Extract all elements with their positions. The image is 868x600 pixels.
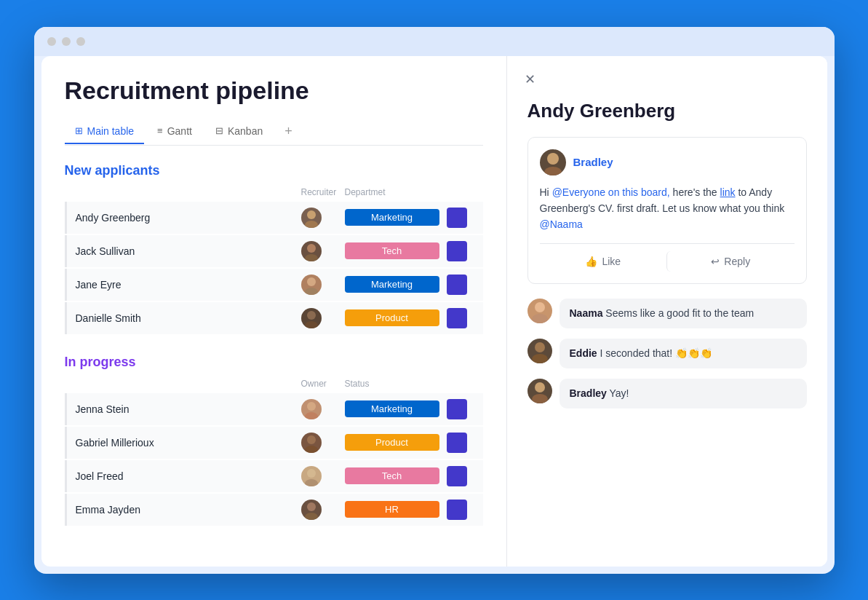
avatar [301,433,322,453]
col-extra-header [447,187,483,197]
table-row[interactable]: Joel Freed Tech [65,460,483,492]
svg-point-0 [307,210,316,219]
dept-badge: Product [345,309,439,326]
col-name-header [73,187,301,197]
svg-point-5 [305,288,318,295]
avatar [301,275,322,295]
reply-button[interactable]: ↩ Reply [666,251,795,272]
thumbs-up-icon: 👍 [585,256,597,267]
col-extra-header [447,379,483,389]
close-button[interactable]: ✕ [520,69,541,90]
reply-bubble: Bradley Yay! [560,379,807,408]
color-indicator [447,466,467,486]
reply-bubble: Naama Seems like a good fit to the team [560,299,807,328]
color-indicator [447,399,467,419]
svg-point-16 [547,153,559,165]
color-indicator [447,208,467,228]
dept-badge: HR [345,501,439,518]
svg-point-17 [544,167,562,175]
table-row[interactable]: Danielle Smith Product [65,302,483,334]
svg-point-9 [305,412,318,419]
svg-point-21 [532,354,548,363]
traffic-light-3 [76,37,85,46]
app-window: Recruitment pipeline ⊞ Main table ≡ Gant… [34,27,835,574]
svg-point-18 [535,302,545,312]
svg-point-2 [307,244,316,253]
kanban-icon: ⊟ [215,125,223,136]
title-bar [34,27,835,56]
comment-panel: ✕ Andy Greenberg Bradley Hi @Everyone on… [507,56,827,567]
avatar [301,208,322,228]
color-indicator [447,308,467,328]
col-status-header: Status [345,379,447,389]
dept-badge: Marketing [345,209,439,226]
page-title: Recruitment pipeline [65,76,483,105]
svg-point-11 [305,446,318,453]
table-header-in-progress: Owner Status [65,379,483,393]
table-row[interactable]: Andy Greenberg Marketing [65,202,483,234]
svg-point-15 [305,513,318,520]
comment-author-name: Bradley [573,156,613,168]
color-indicator [447,241,467,261]
reply-label: Reply [724,256,750,267]
svg-point-23 [532,394,548,403]
list-item: Eddie I seconded that! 👏👏👏 [527,339,807,368]
like-button[interactable]: 👍 Like [540,251,667,272]
svg-point-6 [307,311,316,320]
svg-point-7 [305,321,318,328]
gantt-icon: ≡ [157,125,163,136]
in-progress-table: Owner Status Jenna Stein Marketing [65,379,483,526]
table-row[interactable]: Jenna Stein Marketing [65,393,483,425]
svg-point-4 [307,277,316,286]
svg-point-13 [305,479,318,486]
dept-badge: Marketing [345,400,439,417]
comment-text-middle: here's the [673,186,720,198]
reply-bubble: Eddie I seconded that! 👏👏👏 [560,339,807,368]
tab-main-table[interactable]: ⊞ Main table [65,119,145,144]
svg-point-22 [535,382,545,392]
svg-point-19 [532,314,548,323]
reply-author: Naama [570,307,603,319]
col-owner-header: Owner [301,379,345,389]
main-comment-card: Bradley Hi @Everyone on this board, here… [527,137,807,284]
dept-badge: Product [345,434,439,451]
list-item: Naama Seems like a good fit to the team [527,299,807,328]
color-indicator [447,275,467,295]
avatar [301,466,322,486]
reply-text: I seconded that! 👏👏👏 [600,347,713,359]
main-table-icon: ⊞ [75,125,83,136]
avatar [301,399,322,419]
col-dept-header: Departmet [345,187,447,197]
row-name: Andy Greenberg [76,212,301,224]
comment-actions: 👍 Like ↩ Reply [540,243,795,272]
row-name: Jenna Stein [76,403,301,415]
add-tab-button[interactable]: + [276,118,301,145]
reply-author: Eddie [570,347,597,359]
reply-list: Naama Seems like a good fit to the team … [527,299,807,408]
table-row[interactable]: Emma Jayden HR [65,494,483,526]
comment-author-avatar [540,149,566,175]
svg-point-12 [307,469,316,478]
svg-point-3 [305,254,318,261]
row-name: Emma Jayden [76,504,301,516]
tab-kanban[interactable]: ⊟ Kanban [205,119,273,144]
mention-naama: @Naama [540,218,583,230]
table-row[interactable]: Jane Eyre Marketing [65,269,483,301]
col-recruiter-header: Recruiter [301,187,345,197]
svg-point-14 [307,502,316,511]
col-name-header [73,379,301,389]
dept-badge: Tech [345,467,439,484]
row-name: Gabriel Millerioux [76,437,301,449]
reply-text: Seems like a good fit to the team [605,307,754,319]
comment-link[interactable]: link [720,186,736,198]
tab-gantt-label: Gantt [167,125,192,137]
reply-icon: ↩ [711,256,720,267]
tab-gantt[interactable]: ≡ Gantt [147,119,202,144]
section-new-applicants: New applicants Recruiter Departmet Andy … [65,163,483,334]
traffic-light-2 [62,37,71,46]
table-row[interactable]: Gabriel Millerioux Product [65,427,483,459]
row-name: Joel Freed [76,470,301,482]
section-in-progress: In progress Owner Status Jenna Stein [65,355,483,526]
traffic-light-1 [47,37,56,46]
table-row[interactable]: Jack Sullivan Tech [65,235,483,267]
